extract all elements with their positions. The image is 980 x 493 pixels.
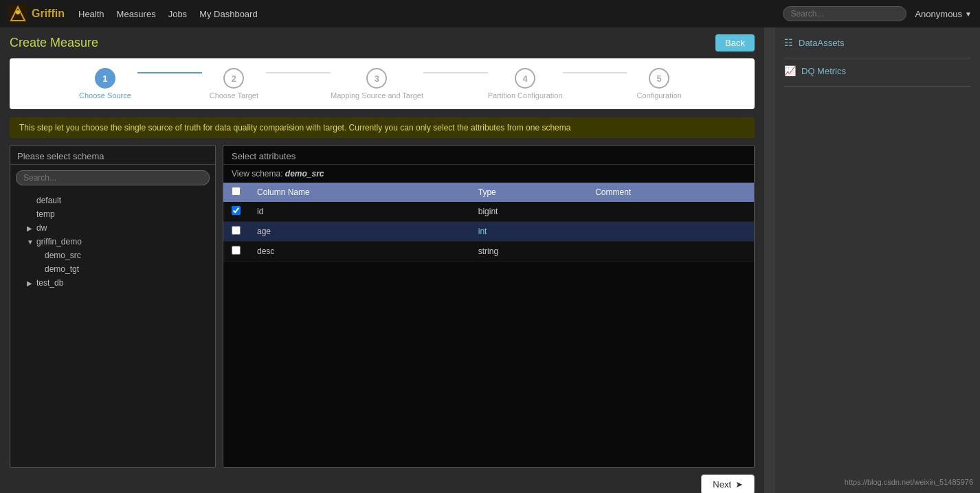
page-header: Create Measure Back: [10, 34, 755, 51]
schema-panel: Please select schema defaulttemp▶dw▼grif…: [10, 145, 216, 468]
row-comment: [587, 202, 754, 222]
table-row: descstring: [223, 242, 754, 262]
row-comment: [587, 222, 754, 242]
schema-tree: defaulttemp▶dw▼griffin_demodemo_srcdemo_…: [10, 191, 215, 467]
row-type: bigint: [470, 202, 587, 222]
stepper: 1 Choose Source 2 Choose Target 3: [73, 68, 691, 100]
step-connector-2-3: [266, 72, 331, 73]
th-column-name: Column Name: [249, 183, 470, 202]
nav-health[interactable]: Health: [78, 9, 104, 19]
info-bar: This step let you choose the single sour…: [10, 117, 755, 138]
sidebar-data-assets-label: DataAssets: [799, 38, 844, 48]
row-checkbox-2[interactable]: [232, 246, 241, 255]
step-circle-4: 4: [515, 68, 535, 89]
nav-dashboard[interactable]: My Dashboard: [199, 9, 258, 19]
sidebar-dq-metrics-label: DQ Metrics: [801, 66, 846, 76]
nav-right: Anonymous ▼: [783, 6, 972, 21]
attributes-table-body: idbigintageintdescstring: [223, 202, 754, 262]
step-2: 2 Choose Target: [202, 68, 267, 100]
nav-jobs[interactable]: Jobs: [168, 9, 187, 19]
tree-item[interactable]: demo_tgt: [10, 262, 215, 276]
schema-panel-title: Please select schema: [10, 146, 215, 165]
step-label-3: Mapping Source and Target: [331, 91, 423, 100]
row-comment: [587, 242, 754, 262]
step-label-2: Choose Target: [210, 91, 258, 100]
sidebar-divider-1: [784, 58, 970, 58]
table-row: ageint: [223, 222, 754, 242]
scroll-track[interactable]: [764, 27, 774, 493]
back-button[interactable]: Back: [715, 34, 755, 51]
tree-item[interactable]: ▶dw: [10, 221, 215, 235]
table-header-row: Column Name Type Comment: [223, 183, 754, 202]
step-circle-1: 1: [95, 68, 115, 89]
step-label-1: Choose Source: [79, 91, 131, 100]
step-label-5: Configuration: [636, 91, 681, 100]
info-text: This step let you choose the single sour…: [19, 123, 570, 133]
user-info: Anonymous ▼: [915, 9, 972, 19]
sidebar-footer: https://blog.csdn.net/weixin_51485976: [845, 478, 973, 486]
view-schema-label: View schema: demo_src: [223, 165, 754, 183]
row-checkbox-1[interactable]: [232, 226, 241, 235]
username: Anonymous: [915, 9, 962, 19]
next-label: Next: [713, 479, 731, 490]
tree-item[interactable]: temp: [10, 207, 215, 221]
tree-item[interactable]: demo_src: [10, 249, 215, 262]
nav-links: Health Measures Jobs My Dashboard: [78, 9, 783, 19]
row-column-name: id: [249, 202, 470, 222]
tree-item[interactable]: ▼griffin_demo: [10, 235, 215, 249]
right-sidebar: ☷ DataAssets 📈 DQ Metrics https://blog.c…: [774, 27, 980, 493]
step-connector-1-2: [137, 72, 202, 73]
tree-item[interactable]: ▶test_db: [10, 276, 215, 290]
row-type: int: [470, 222, 587, 242]
grid-icon: ☷: [784, 37, 793, 48]
step-1: 1 Choose Source: [73, 68, 137, 100]
th-check: [223, 183, 249, 202]
page-title: Create Measure: [10, 36, 98, 50]
main-panel: Please select schema defaulttemp▶dw▼grif…: [10, 145, 755, 468]
table-row: idbigint: [223, 202, 754, 222]
step-circle-2: 2: [223, 68, 244, 89]
content-area: Create Measure Back 1 Choose Source 2 Ch…: [0, 27, 764, 493]
row-checkbox-cell: [223, 202, 249, 222]
nav-measures[interactable]: Measures: [117, 9, 156, 19]
main-layout: Create Measure Back 1 Choose Source 2 Ch…: [0, 27, 980, 493]
sidebar-data-assets[interactable]: ☷ DataAssets: [784, 37, 970, 48]
tree-item[interactable]: default: [10, 194, 215, 207]
nav-logo-text: Griffin: [32, 8, 65, 20]
top-navbar: Griffin Health Measures Jobs My Dashboar…: [0, 0, 980, 27]
sidebar-divider-2: [784, 86, 970, 87]
griffin-logo-icon: [8, 4, 27, 23]
row-checkbox-0[interactable]: [232, 206, 241, 215]
view-schema-name: demo_src: [285, 169, 324, 179]
nav-logo: Griffin: [8, 4, 65, 23]
stepper-container: 1 Choose Source 2 Choose Target 3: [10, 58, 755, 109]
step-circle-5: 5: [649, 68, 669, 89]
row-checkbox-cell: [223, 242, 249, 262]
th-comment: Comment: [587, 183, 754, 202]
svg-point-2: [16, 10, 20, 14]
attr-panel-title: Select attributes: [223, 146, 754, 165]
next-arrow-icon: ➤: [735, 479, 743, 490]
select-all-checkbox[interactable]: [232, 187, 241, 196]
step-4: 4 Partition Configuration: [488, 68, 563, 100]
chart-icon: 📈: [784, 65, 796, 76]
th-type: Type: [470, 183, 587, 202]
step-connector-3-4: [423, 72, 488, 73]
step-5: 5 Configuration: [627, 68, 691, 100]
footer-url: https://blog.csdn.net/weixin_51485976: [845, 478, 973, 486]
row-checkbox-cell: [223, 222, 249, 242]
row-type: string: [470, 242, 587, 262]
row-column-name: age: [249, 222, 470, 242]
step-connector-4-5: [563, 72, 627, 73]
attributes-panel: Select attributes View schema: demo_src …: [223, 145, 755, 468]
bottom-bar: Next ➤: [10, 468, 755, 493]
next-button[interactable]: Next ➤: [701, 474, 755, 493]
user-caret-icon: ▼: [965, 10, 972, 18]
sidebar-dq-metrics[interactable]: 📈 DQ Metrics: [784, 65, 970, 76]
search-input[interactable]: [783, 6, 906, 21]
step-3: 3 Mapping Source and Target: [331, 68, 423, 100]
row-column-name: desc: [249, 242, 470, 262]
step-circle-3: 3: [366, 68, 387, 89]
schema-search-input[interactable]: [16, 170, 210, 185]
step-label-4: Partition Configuration: [488, 91, 563, 100]
